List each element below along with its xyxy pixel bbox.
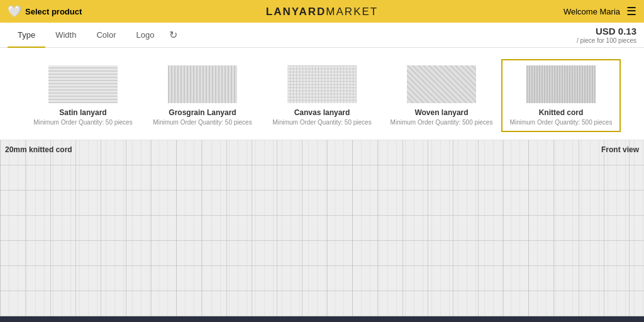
brand-logo: LANYARDMARKET bbox=[266, 5, 378, 18]
grid-overlay bbox=[0, 140, 644, 316]
product-name-canvas: Canvas lanyard bbox=[294, 108, 350, 117]
product-satin[interactable]: Satin lanyard Minimum Order Quantity: 50… bbox=[23, 59, 143, 132]
product-moq-knitted: Minimum Order Quantity: 500 pieces bbox=[510, 119, 613, 126]
product-thumb-knitted bbox=[526, 65, 596, 103]
product-moq-satin: Minimum Order Quantity: 50 pieces bbox=[33, 119, 132, 126]
price-block: USD 0.13 / piece for 100 pieces bbox=[577, 26, 636, 45]
price-unit: / piece for 100 pieces bbox=[577, 37, 636, 45]
knitted-display: 20mm knitted cord Front view bbox=[0, 140, 644, 316]
product-woven[interactable]: Woven lanyard Minimum Order Quantity: 50… bbox=[382, 59, 501, 132]
product-thumb-canvas bbox=[287, 65, 357, 103]
product-thumb-satin bbox=[48, 65, 118, 103]
display-label-right: Front view bbox=[601, 145, 639, 154]
hamburger-icon[interactable]: ☰ bbox=[626, 4, 636, 18]
select-product-label: Select product bbox=[25, 7, 82, 16]
tab-color[interactable]: Color bbox=[86, 23, 126, 48]
product-moq-woven: Minimum Order Quantity: 500 pieces bbox=[391, 119, 493, 126]
product-name-woven: Woven lanyard bbox=[414, 108, 468, 117]
product-canvas[interactable]: Canvas lanyard Minimum Order Quantity: 5… bbox=[262, 59, 382, 132]
refresh-icon[interactable]: ↻ bbox=[169, 29, 177, 41]
welcome-text: Welcome Maria bbox=[564, 7, 620, 16]
product-grosgrain[interactable]: Grosgrain Lanyard Minimum Order Quantity… bbox=[143, 59, 262, 132]
price-value: USD 0.13 bbox=[596, 26, 636, 37]
display-area: 20mm knitted cord Front view bbox=[0, 140, 644, 316]
tabs-bar: Type Width Color Logo ↻ USD 0.13 / piece… bbox=[0, 23, 644, 48]
product-knitted[interactable]: Knitted cord Minimum Order Quantity: 500… bbox=[501, 59, 621, 132]
product-name-knitted: Knitted cord bbox=[539, 108, 584, 117]
heart-icon: 🤍 bbox=[8, 4, 21, 18]
nav-right: Welcome Maria ☰ bbox=[564, 4, 636, 18]
products-row: Satin lanyard Minimum Order Quantity: 50… bbox=[0, 48, 644, 140]
tab-logo[interactable]: Logo bbox=[126, 23, 165, 48]
product-name-grosgrain: Grosgrain Lanyard bbox=[169, 108, 236, 117]
product-moq-canvas: Minimum Order Quantity: 50 pieces bbox=[272, 119, 371, 126]
product-thumb-woven bbox=[407, 65, 476, 103]
display-label-left: 20mm knitted cord bbox=[5, 145, 72, 154]
brand-light: MARKET bbox=[326, 6, 378, 18]
product-moq-grosgrain: Minimum Order Quantity: 50 pieces bbox=[153, 119, 252, 126]
tab-width[interactable]: Width bbox=[45, 23, 86, 48]
footer: LANYARDMARKET © 2016 Lanyardmarket.com A… bbox=[0, 316, 644, 322]
product-name-satin: Satin lanyard bbox=[59, 108, 106, 117]
tab-type[interactable]: Type bbox=[8, 23, 45, 48]
brand-bold: LANYARD bbox=[266, 6, 326, 18]
product-thumb-grosgrain bbox=[168, 65, 237, 103]
top-nav: 🤍 Select product LANYARDMARKET Welcome M… bbox=[0, 0, 644, 23]
select-product-area[interactable]: 🤍 Select product bbox=[8, 4, 82, 18]
